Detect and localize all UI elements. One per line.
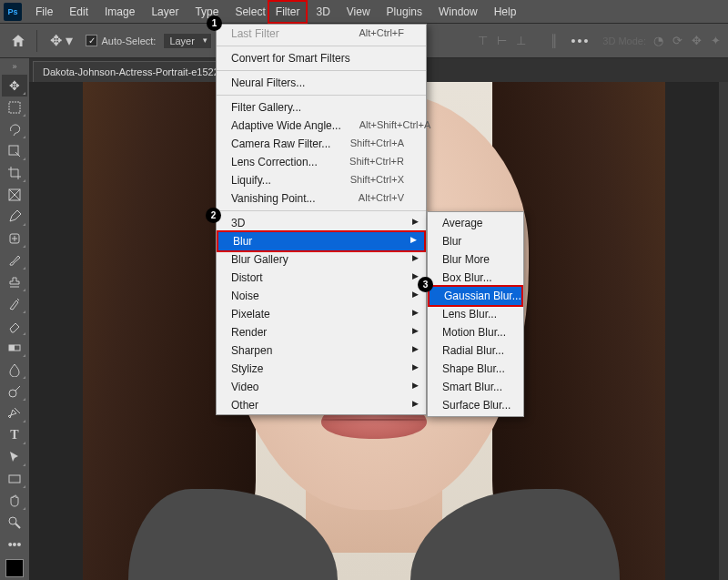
callout-1: 1 (207, 15, 222, 31)
blur-lens[interactable]: Lens Blur... (428, 305, 523, 323)
path-select-tool[interactable] (2, 446, 27, 468)
auto-select-checkbox[interactable]: ✓ (86, 35, 97, 46)
submenu-3d[interactable]: 3D▶ (217, 214, 426, 232)
menu-view[interactable]: View (339, 0, 379, 24)
menu-window[interactable]: Window (430, 0, 486, 24)
auto-select-label: Auto-Select: (101, 36, 156, 46)
submenu-render[interactable]: Render▶ (217, 323, 426, 341)
mode-label: 3D Mode: (602, 36, 646, 46)
gradient-tool[interactable] (2, 337, 27, 359)
blur-surface[interactable]: Surface Blur... (428, 396, 523, 414)
blur-tool[interactable] (2, 359, 27, 381)
submenu-distort[interactable]: Distort▶ (217, 269, 426, 287)
align-icons[interactable]: ⊤ ⊢ ⊥ ║ (478, 34, 558, 47)
menu-file[interactable]: File (27, 0, 61, 24)
marquee-tool[interactable] (2, 97, 27, 118)
submenu-blur-gallery[interactable]: Blur Gallery▶ (217, 250, 426, 269)
rectangle-tool[interactable] (2, 468, 27, 490)
type-tool[interactable]: T (2, 424, 27, 446)
separator (217, 70, 426, 71)
layer-dropdown[interactable]: Layer (163, 33, 212, 49)
menu-adaptive-wide-angle[interactable]: Adaptive Wide Angle...Alt+Shift+Ctrl+A (217, 117, 426, 135)
blur-box[interactable]: Box Blur... (428, 269, 523, 287)
history-brush-tool[interactable] (2, 293, 27, 315)
menu-lens-correction[interactable]: Lens Correction...Shift+Ctrl+R (217, 153, 426, 171)
frame-tool[interactable] (2, 184, 27, 206)
callout-3: 3 (418, 277, 433, 292)
menu-liquify[interactable]: Liquify...Shift+Ctrl+X (217, 171, 426, 189)
filter-menu: Last FilterAlt+Ctrl+F Convert for Smart … (216, 24, 427, 415)
separator (217, 46, 426, 46)
svg-rect-7 (9, 475, 20, 483)
zoom-tool[interactable] (2, 512, 27, 534)
blur-shape[interactable]: Shape Blur... (428, 360, 523, 378)
callout-2: 2 (206, 208, 221, 223)
more-options-icon[interactable]: ••• (566, 34, 596, 48)
svg-rect-5 (9, 345, 15, 351)
svg-rect-0 (9, 102, 20, 113)
blur-motion[interactable]: Motion Blur... (428, 323, 523, 341)
crop-tool[interactable] (2, 162, 27, 184)
submenu-video[interactable]: Video▶ (217, 378, 426, 396)
scrollbar[interactable] (719, 82, 728, 580)
submenu-stylize[interactable]: Stylize▶ (217, 360, 426, 378)
menu-filter[interactable]: Filter (268, 0, 308, 24)
submenu-other[interactable]: Other▶ (217, 396, 426, 414)
move-tool[interactable]: ✥ (2, 75, 27, 97)
collapse-icon[interactable]: » (12, 62, 16, 75)
healing-tool[interactable] (2, 228, 27, 249)
pan-icon: ✥ (692, 34, 702, 47)
separator (217, 95, 426, 96)
edit-toolbar-icon[interactable]: ••• (2, 534, 27, 555)
menu-convert-smart[interactable]: Convert for Smart Filters (217, 49, 426, 67)
lasso-tool[interactable] (2, 118, 27, 140)
menu-image[interactable]: Image (96, 0, 143, 24)
dodge-tool[interactable] (2, 381, 27, 402)
brush-tool[interactable] (2, 249, 27, 271)
move-tool-indicator[interactable]: ✥ ▾ (45, 32, 78, 49)
blur-smart[interactable]: Smart Blur... (428, 378, 523, 396)
menu-vanishing-point[interactable]: Vanishing Point...Alt+Ctrl+V (217, 189, 426, 208)
svg-point-8 (9, 517, 16, 524)
mode-icons: ◔ ⟳ ✥ ✦ (653, 34, 721, 47)
left-toolbox: » ✥ T ••• (0, 58, 29, 580)
menu-camera-raw[interactable]: Camera Raw Filter...Shift+Ctrl+A (217, 135, 426, 153)
menu-select[interactable]: Select (227, 0, 267, 24)
blur-average[interactable]: Average (428, 214, 523, 232)
object-select-tool[interactable] (2, 140, 27, 162)
blur-more[interactable]: Blur More (428, 250, 523, 269)
menu-layer[interactable]: Layer (143, 0, 187, 24)
blur-submenu: Average Blur Blur More Box Blur... Gauss… (427, 211, 524, 417)
rotate-icon: ⟳ (672, 34, 682, 47)
menu-plugins[interactable]: Plugins (379, 0, 430, 24)
submenu-pixelate[interactable]: Pixelate▶ (217, 305, 426, 323)
separator (217, 210, 426, 211)
pen-tool[interactable] (2, 402, 27, 424)
menu-neural-filters[interactable]: Neural Filters... (217, 74, 426, 92)
menu-last-filter: Last FilterAlt+Ctrl+F (217, 25, 426, 43)
submenu-noise[interactable]: Noise▶ (217, 287, 426, 305)
separator (36, 30, 37, 52)
hand-tool[interactable] (2, 490, 27, 512)
color-swatch[interactable] (5, 559, 24, 577)
menu-edit[interactable]: Edit (61, 0, 96, 24)
menu-3d[interactable]: 3D (308, 0, 338, 24)
submenu-sharpen[interactable]: Sharpen▶ (217, 341, 426, 360)
menu-filter-gallery[interactable]: Filter Gallery... (217, 98, 426, 117)
eraser-tool[interactable] (2, 315, 27, 337)
blur-blur[interactable]: Blur (428, 232, 523, 250)
blur-gaussian[interactable]: Gaussian Blur... (428, 285, 523, 307)
document-tab[interactable]: Dakota-Johnson-Actress-Portrait-e1522... (33, 61, 238, 82)
align-top-icon[interactable]: ⊤ (478, 34, 488, 47)
menu-help[interactable]: Help (486, 0, 525, 24)
eyedropper-tool[interactable] (2, 206, 27, 228)
svg-point-6 (9, 390, 16, 397)
distribute-icon[interactable]: ║ (550, 34, 558, 47)
align-bottom-icon[interactable]: ⊥ (516, 34, 526, 47)
submenu-blur[interactable]: Blur▶ (217, 230, 426, 252)
home-icon[interactable] (7, 32, 29, 50)
blur-radial[interactable]: Radial Blur... (428, 341, 523, 360)
align-middle-icon[interactable]: ⊢ (497, 34, 507, 47)
orbit-icon: ◔ (653, 34, 663, 47)
stamp-tool[interactable] (2, 271, 27, 293)
